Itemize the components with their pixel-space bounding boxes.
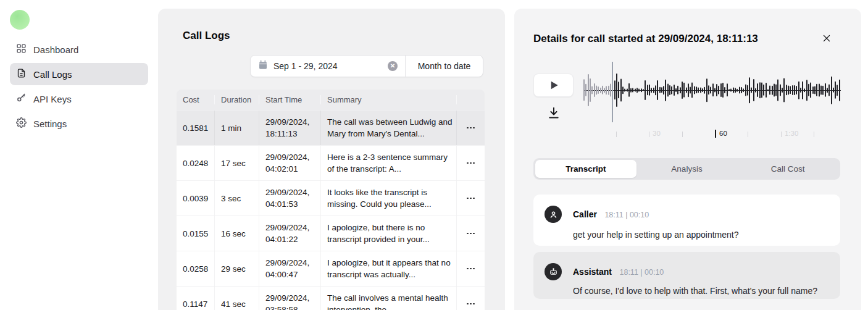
table-row[interactable]: 0.0155 16 sec 29/09/2024, 04:01:22 I apo… bbox=[177, 216, 485, 251]
sidebar-item-label: Call Logs bbox=[33, 69, 72, 80]
date-filter-group: Sep 1 - 29, 2024 ✕ Month to date bbox=[250, 55, 483, 77]
timeline-label: 30 bbox=[653, 130, 661, 137]
page-title: Call Logs bbox=[183, 30, 230, 42]
table-header: Cost Duration Start Time Summary bbox=[177, 90, 485, 110]
cell-summary: Here is a 2-3 sentence summary of the tr… bbox=[321, 146, 457, 180]
call-details-panel: Details for call started at 29/09/2024, … bbox=[514, 9, 861, 310]
cell-cost: 0.0039 bbox=[177, 181, 215, 216]
transcript-message-assistant: Assistant 18:11 | 00:10 Of course, I'd l… bbox=[533, 252, 840, 299]
message-timestamp: 18:11 | 00:10 bbox=[619, 268, 664, 277]
workspace-logo[interactable] bbox=[10, 10, 30, 30]
cell-duration: 41 sec bbox=[215, 287, 259, 310]
date-range-value: Sep 1 - 29, 2024 bbox=[273, 61, 382, 71]
row-actions-menu-icon[interactable] bbox=[464, 300, 477, 309]
tab-call-cost[interactable]: Call Cost bbox=[737, 160, 838, 178]
transcript-message-caller: Caller 18:11 | 00:10 get your help in se… bbox=[533, 195, 840, 246]
timeline-tick bbox=[649, 132, 649, 137]
table-row[interactable]: 0.1147 41 sec 29/09/2024, 03:58:58 The c… bbox=[177, 287, 485, 310]
cell-duration: 29 sec bbox=[215, 251, 259, 286]
cell-start-time: 29/09/2024, 04:01:22 bbox=[259, 216, 321, 251]
waveform[interactable] bbox=[583, 73, 841, 107]
cell-cost: 0.1581 bbox=[177, 111, 215, 145]
file-text-icon bbox=[16, 68, 27, 80]
timeline-label: 60 bbox=[719, 130, 727, 137]
table-row[interactable]: 0.1581 1 min 29/09/2024, 18:11:13 The ca… bbox=[177, 111, 485, 145]
playhead-cursor[interactable] bbox=[612, 62, 613, 122]
column-header-duration: Duration bbox=[215, 95, 259, 104]
cell-start-time: 29/09/2024, 04:00:47 bbox=[259, 251, 321, 286]
cell-summary: The call involves a mental health interv… bbox=[321, 287, 457, 310]
row-actions-menu-icon[interactable] bbox=[464, 194, 477, 203]
call-logs-table: Cost Duration Start Time Summary 0.1581 … bbox=[177, 90, 485, 310]
timeline: 30 60 1:30 bbox=[583, 128, 841, 140]
speaker-name: Assistant bbox=[573, 267, 612, 277]
cell-start-time: 29/09/2024, 18:11:13 bbox=[259, 111, 321, 145]
cell-start-time: 29/09/2024, 04:01:53 bbox=[259, 181, 321, 216]
details-title: Details for call started at 29/09/2024, … bbox=[533, 33, 758, 45]
cell-summary: I apologize, but it appears that no tran… bbox=[321, 251, 457, 286]
timeline-tick bbox=[715, 130, 716, 138]
cell-cost: 0.0155 bbox=[177, 216, 215, 251]
column-header-start-time: Start Time bbox=[259, 95, 321, 104]
cell-duration: 3 sec bbox=[215, 181, 259, 216]
timeline-label: 1:30 bbox=[785, 130, 798, 137]
cell-summary: It looks like the transcript is missing.… bbox=[321, 181, 457, 216]
clear-date-icon[interactable]: ✕ bbox=[388, 61, 398, 71]
cell-summary: The call was between Ludwig and Mary fro… bbox=[321, 111, 457, 145]
sidebar-nav: Dashboard Call Logs API Keys bbox=[10, 38, 148, 137]
timeline-tick bbox=[616, 132, 617, 137]
message-text: Of course, I'd love to help with that. F… bbox=[573, 286, 829, 296]
call-logs-panel: Call Logs Sep 1 - 29, 2024 ✕ Month to da… bbox=[158, 9, 505, 310]
timeline-tick bbox=[814, 132, 814, 137]
calendar-icon bbox=[258, 60, 268, 72]
cell-start-time: 29/09/2024, 03:58:58 bbox=[259, 287, 321, 310]
sidebar-item-call-logs[interactable]: Call Logs bbox=[10, 63, 148, 85]
cell-duration: 16 sec bbox=[215, 216, 259, 251]
cell-duration: 1 min bbox=[215, 111, 259, 145]
date-range-picker[interactable]: Sep 1 - 29, 2024 ✕ bbox=[251, 56, 405, 77]
download-button[interactable] bbox=[546, 105, 561, 121]
sidebar-item-label: API Keys bbox=[33, 94, 72, 104]
sidebar-item-label: Dashboard bbox=[33, 44, 78, 55]
cell-duration: 17 sec bbox=[215, 146, 259, 180]
column-header-summary: Summary bbox=[321, 95, 457, 104]
message-text: get your help in setting up an appointme… bbox=[573, 230, 829, 240]
row-actions-menu-icon[interactable] bbox=[464, 264, 477, 274]
speaker-name: Caller bbox=[573, 209, 597, 219]
tab-transcript[interactable]: Transcript bbox=[535, 160, 636, 178]
dashboard-grid-icon bbox=[16, 43, 27, 56]
sidebar-item-api-keys[interactable]: API Keys bbox=[10, 88, 148, 110]
person-icon bbox=[545, 206, 562, 223]
sidebar-item-label: Settings bbox=[33, 119, 67, 129]
sidebar-item-dashboard[interactable]: Dashboard bbox=[10, 38, 148, 61]
close-icon[interactable] bbox=[821, 33, 832, 44]
row-actions-menu-icon[interactable] bbox=[464, 229, 477, 238]
cell-start-time: 29/09/2024, 04:02:01 bbox=[259, 146, 321, 180]
table-row[interactable]: 0.0039 3 sec 29/09/2024, 04:01:53 It loo… bbox=[177, 181, 485, 216]
table-row[interactable]: 0.0248 17 sec 29/09/2024, 04:02:01 Here … bbox=[177, 146, 485, 180]
cell-cost: 0.0248 bbox=[177, 146, 215, 180]
details-tabs: Transcript Analysis Call Cost bbox=[533, 158, 840, 180]
row-actions-menu-icon[interactable] bbox=[464, 124, 477, 133]
month-to-date-button[interactable]: Month to date bbox=[405, 56, 483, 77]
timeline-tick bbox=[682, 132, 683, 137]
cell-summary: I apologize, but there is no transcript … bbox=[321, 216, 457, 251]
gear-icon bbox=[16, 117, 27, 130]
cell-cost: 0.1147 bbox=[177, 287, 215, 310]
sidebar-item-settings[interactable]: Settings bbox=[10, 112, 148, 135]
row-actions-menu-icon[interactable] bbox=[464, 159, 477, 168]
table-row[interactable]: 0.0258 29 sec 29/09/2024, 04:00:47 I apo… bbox=[177, 251, 485, 286]
message-timestamp: 18:11 | 00:10 bbox=[604, 211, 649, 219]
key-icon bbox=[16, 93, 27, 105]
robot-icon bbox=[545, 263, 562, 280]
timeline-tick bbox=[748, 132, 748, 137]
sidebar: Dashboard Call Logs API Keys bbox=[0, 0, 158, 310]
tab-analysis[interactable]: Analysis bbox=[636, 160, 738, 178]
column-header-cost: Cost bbox=[177, 95, 215, 104]
cell-cost: 0.0258 bbox=[177, 251, 215, 286]
play-button[interactable] bbox=[533, 73, 574, 97]
timeline-tick bbox=[781, 132, 782, 137]
